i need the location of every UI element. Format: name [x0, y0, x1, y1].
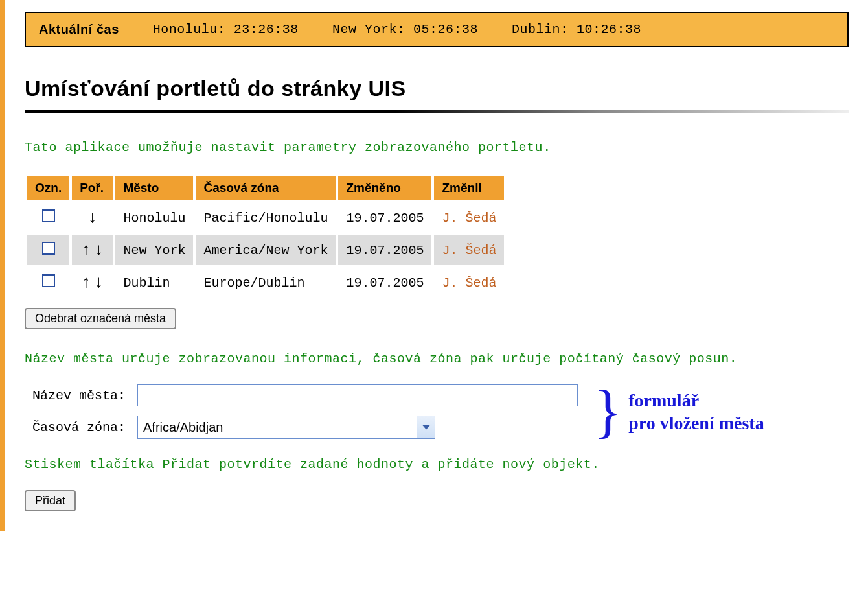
cell-mesto: New York	[115, 235, 193, 265]
th-ozn: Ozn.	[27, 176, 69, 200]
time-bar-label: Aktuální čas	[39, 22, 119, 37]
table-row: ↑↓DublinEurope/Dublin19.07.2005J. Šedá	[27, 268, 504, 298]
remove-selected-button[interactable]: Odebrat označená města	[25, 308, 176, 329]
city-name-label: Název města:	[32, 388, 126, 403]
move-up-icon[interactable]: ↑	[80, 242, 93, 259]
table-row: ↑↓New YorkAmerica/New_York19.07.2005J. Š…	[27, 235, 504, 265]
page-title: Umísťování portletů do stránky UIS	[25, 76, 849, 101]
th-zmenil: Změnil	[434, 176, 504, 200]
row-checkbox[interactable]	[42, 274, 55, 287]
hint-mid: Název města určuje zobrazovanou informac…	[25, 351, 849, 366]
brace-icon: }	[593, 388, 622, 436]
timezone-select-value: Africa/Abidjan	[138, 416, 417, 438]
cell-zmeneno: 19.07.2005	[338, 203, 431, 233]
hint-top: Tato aplikace umožňuje nastavit parametr…	[25, 140, 849, 155]
move-down-icon[interactable]: ↓	[93, 242, 106, 259]
table-row: ↓HonoluluPacific/Honolulu19.07.2005J. Še…	[27, 203, 504, 233]
timezone-label: Časová zóna:	[32, 420, 126, 435]
chevron-down-icon[interactable]	[417, 416, 435, 438]
cell-zmeneno: 19.07.2005	[338, 268, 431, 298]
cell-zona: Pacific/Honolulu	[196, 203, 336, 233]
th-zmeneno: Změněno	[338, 176, 431, 200]
timezone-select[interactable]: Africa/Abidjan	[137, 416, 435, 439]
clock-newyork: New York: 05:26:38	[332, 22, 478, 37]
cities-table: Ozn. Poř. Město Časová zóna Změněno Změn…	[25, 173, 507, 300]
time-bar: Aktuální čas Honolulu: 23:26:38 New York…	[25, 12, 849, 47]
move-up-icon[interactable]: ↑	[80, 274, 93, 291]
th-mesto: Město	[115, 176, 193, 200]
move-down-icon[interactable]: ↓	[86, 209, 99, 226]
row-checkbox[interactable]	[42, 242, 55, 255]
th-zona: Časová zóna	[196, 176, 336, 200]
divider	[25, 110, 849, 113]
th-por: Poř.	[72, 176, 113, 200]
cell-zmeneno: 19.07.2005	[338, 235, 431, 265]
cell-zmenil: J. Šedá	[434, 235, 504, 265]
cell-zona: America/New_York	[196, 235, 336, 265]
cell-zona: Europe/Dublin	[196, 268, 336, 298]
cell-mesto: Dublin	[115, 268, 193, 298]
form-annotation: } formulářpro vložení města	[593, 388, 764, 436]
cell-zmenil: J. Šedá	[434, 268, 504, 298]
hint-bottom: Stiskem tlačítka Přidat potvrdíte zadané…	[25, 457, 849, 472]
form-annotation-text: formulářpro vložení města	[628, 389, 764, 434]
clock-honolulu: Honolulu: 23:26:38	[153, 22, 299, 37]
clock-dublin: Dublin: 10:26:38	[512, 22, 641, 37]
cell-zmenil: J. Šedá	[434, 203, 504, 233]
move-down-icon[interactable]: ↓	[93, 274, 106, 291]
cell-mesto: Honolulu	[115, 203, 193, 233]
row-checkbox[interactable]	[42, 209, 55, 222]
add-city-form: Název města: Časová zóna: Africa/Abidjan…	[25, 384, 849, 439]
add-button[interactable]: Přidat	[25, 490, 76, 511]
city-name-input[interactable]	[137, 384, 578, 406]
